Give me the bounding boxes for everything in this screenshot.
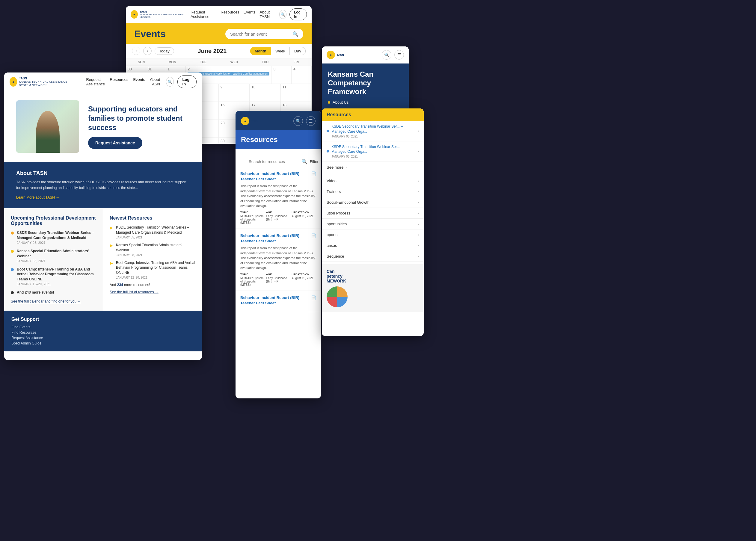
calendar-prev-button[interactable]: ‹ [132,47,140,55]
calendar-header-row: SUN MON TUE WED THU FRI [126,58,312,66]
events-search-input[interactable] [230,32,290,37]
cal-cell-jun11[interactable]: 11 [281,84,312,102]
home-nav-about[interactable]: About TASN [150,77,160,86]
cal-header-wed: WED [219,58,250,66]
competency-diagram-circle [327,286,348,307]
event-item-1: Kansas Special Education Administrators'… [11,249,96,263]
kansans-tasn-sun: ● [327,51,335,59]
events-search-icon: 🔍 [293,31,299,37]
res-side-link-1[interactable]: Trainers › [322,186,424,197]
about-dot-icon [328,101,330,104]
calendar-next-button[interactable]: › [143,47,152,55]
event-text-2: Boot Camp: Intensive Training on ABA and… [17,267,96,286]
newest-resources-section: Newest Resources ▶ KSDE Secondary Transi… [103,208,202,310]
see-full-calendar-link[interactable]: See the full calendar and find one for y… [11,299,96,303]
res-item-title-2[interactable]: Behaviour Incident Report (BIR) Teacher … [240,295,316,306]
res-list-header-title: Resources [327,112,351,117]
res-side-link-0[interactable]: Video › [322,176,424,186]
support-link-sped[interactable]: Sped Admin Guide [11,341,195,345]
home-two-cols: Upcoming Professional Development Opport… [4,208,202,310]
res-search-button[interactable]: 🔍 [293,116,303,126]
upcoming-pd-title: Upcoming Professional Development Opport… [11,216,96,226]
view-day-button[interactable]: Day [290,47,306,55]
kansans-menu-button[interactable]: ☰ [394,50,404,60]
events-search-icon-button[interactable]: 🔍 [279,10,287,19]
res-arrow-1: ▶ [110,243,113,248]
res-item-title-0[interactable]: Behaviour Incident Report (BIR) Teacher … [240,171,316,182]
support-link-events[interactable]: Find Events [11,325,195,329]
res-list-see-more[interactable]: See more › [322,162,424,173]
kansans-search-button[interactable]: 🔍 [382,50,391,60]
resource-list-item-1: Behaviour Incident Report (BIR) Teacher … [236,229,321,291]
res-side-link-5[interactable]: pports › [322,230,424,240]
res-item-title-1[interactable]: Behaviour Incident Report (BIR) Teacher … [240,233,316,244]
cal-cell-jun4[interactable]: 4 [292,66,312,84]
see-full-list-link[interactable]: See the full list of resources → [110,290,195,294]
kansans-title: Kansans Can Competency Framework [328,70,403,96]
support-link-resources[interactable]: Find Resources [11,330,195,334]
home-search-button[interactable]: 🔍 [166,77,174,87]
res-tasn-logo[interactable]: ● TASN [241,117,258,125]
kansans-tasn-text: TASN [337,53,344,57]
tasn-sun-icon: ● [131,10,138,19]
cal-header-thu: THU [250,58,281,66]
support-links: Find Events Find Resources Request Assis… [11,325,195,345]
view-month-button[interactable]: Month [250,47,271,55]
kansans-about-text: About Us [333,100,349,105]
res-side-link-6[interactable]: ansas › [322,240,424,251]
nav-resources[interactable]: Resources [221,10,239,19]
event-item-3: And 243 more events! [11,290,96,295]
cal-cell-jun9[interactable]: 9 [219,84,250,102]
resource-list-item-0: Behaviour Incident Report (BIR) Teacher … [236,167,321,229]
nav-events[interactable]: Events [244,10,256,19]
learn-more-link[interactable]: Learn More about TASN → [16,195,59,200]
res-side-link-4[interactable]: pportunities › [322,219,424,230]
support-link-request[interactable]: Request Assistance [11,336,195,340]
home-nav-resources[interactable]: Resources [110,77,128,86]
home-navbar: ● TASN KANSAS TECHNICAL ASSISTANCE SYSTE… [4,73,202,91]
res-list-row-0[interactable]: KSDE Secondary Transition Webinar Ser...… [322,121,424,141]
calendar-view-buttons: Month Week Day [250,47,306,55]
res-menu-button[interactable]: ☰ [306,116,316,126]
resource-list-item-2: Behaviour Incident Report (BIR) Teacher … [236,291,321,312]
res-count: And 234 more resources! [110,283,195,287]
doc-icon-1: 📄 [311,233,316,239]
calendar-today-button[interactable]: Today [155,47,174,55]
res-list-row-1[interactable]: KSDE Secondary Transition Webinar Ser...… [322,141,424,162]
cal-cell-jun10[interactable]: 10 [250,84,281,102]
doc-icon-2: 📄 [311,295,316,301]
resources-search-input[interactable] [249,159,299,164]
resources-filter-button[interactable]: Filter ▼ [310,159,321,164]
events-yellow-header: Events 🔍 [126,23,312,44]
res-list-bullet-1 [327,150,329,153]
res-tasn-sun: ● [241,117,249,125]
view-week-button[interactable]: Week [271,47,290,55]
res-side-link-2[interactable]: Social-Emotional Growth › [322,197,424,208]
home-nav-request[interactable]: Request Assistance [86,77,105,86]
res-tasn-brand: TASN [251,120,258,123]
events-logo[interactable]: ● TASN KANSAS TECHNICAL ASSISTANCE SYSTE… [131,10,187,19]
res-item-body-1: This report is from the first phase of t… [240,246,316,270]
res-side-link-7[interactable]: Sequence › [322,251,424,262]
home-about-section: About TASN TASN provides the structure t… [4,162,202,208]
cal-header-sun: SUN [126,58,157,66]
about-body: TASN provides the structure through whic… [16,180,190,191]
nav-about-tasn[interactable]: About TASN [260,10,276,19]
get-support-section: Get Support Find Events Find Resources R… [4,310,202,351]
res-item-text-0: KSDE Secondary Transition Webinar Series… [116,225,195,239]
resource-item-2: ▶ Boot Camp: Intensive Training on ABA a… [110,260,195,279]
home-nav-events[interactable]: Events [133,77,145,86]
res-list-yellow-header: Resources [322,109,424,121]
home-login-button[interactable]: Log In [177,76,197,88]
tasn-brand-name: TASN [19,77,80,80]
events-login-button[interactable]: Log In [290,8,307,20]
nav-request-assistance[interactable]: Request Assistance [191,10,217,19]
request-assistance-button[interactable]: Request Assistance [88,137,142,149]
resources-search-bar: 🔍 Filter ▼ [245,156,312,167]
home-logo[interactable]: ● TASN KANSAS TECHNICAL ASSISTANCE SYSTE… [10,77,80,87]
cal-cell-jun3[interactable]: 3 [272,66,292,84]
res-side-link-3[interactable]: ution Process › [322,208,424,219]
kansans-about-link[interactable]: About Us [328,100,403,105]
kansans-logo[interactable]: ● TASN [327,51,344,59]
events-top-right: 🔍 Log In [279,8,307,20]
